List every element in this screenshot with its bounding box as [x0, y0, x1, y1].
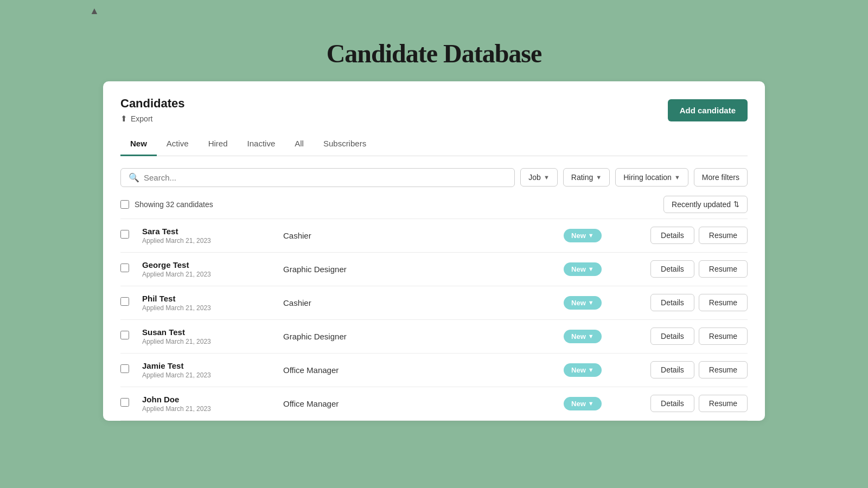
chevron-up-icon[interactable]: ▲	[90, 5, 99, 17]
status-badge-sara[interactable]: New ▼	[564, 229, 602, 242]
row-checkbox-sara	[120, 230, 142, 241]
rating-filter-label: Rating	[571, 173, 593, 182]
status-label-jamie: New	[571, 366, 586, 374]
candidate-name-sara: Sara Test Applied March 21, 2023	[142, 227, 283, 245]
hiring-location-arrow-icon: ▼	[674, 174, 680, 181]
candidate-actions-jamie: Details Resume	[650, 361, 748, 378]
candidate-name-phil: Phil Test Applied March 21, 2023	[142, 294, 283, 312]
more-filters-label: More filters	[702, 173, 739, 182]
tab-hired[interactable]: Hired	[199, 133, 238, 156]
candidate-job-jamie: Office Manager	[283, 365, 564, 375]
status-label-phil: New	[571, 299, 586, 307]
details-button-susan[interactable]: Details	[650, 328, 694, 345]
table-row: Phil Test Applied March 21, 2023 Cashier…	[120, 286, 748, 319]
status-label-john: New	[571, 400, 586, 408]
details-button-jamie[interactable]: Details	[650, 361, 694, 378]
status-badge-john[interactable]: New ▼	[564, 397, 602, 410]
hiring-location-filter-label: Hiring location	[623, 173, 672, 182]
showing-candidates-label: Showing 32 candidates	[135, 200, 213, 209]
status-badge-jamie[interactable]: New ▼	[564, 363, 602, 377]
export-icon: ⬆	[120, 114, 127, 124]
search-input[interactable]	[144, 173, 507, 182]
add-candidate-button[interactable]: Add candidate	[668, 99, 748, 121]
search-box: 🔍	[120, 168, 515, 187]
resume-button-john[interactable]: Resume	[699, 395, 748, 412]
candidate-job-phil: Cashier	[283, 298, 564, 307]
job-filter-arrow-icon: ▼	[544, 174, 550, 181]
resume-button-sara[interactable]: Resume	[699, 227, 748, 244]
details-button-george[interactable]: Details	[650, 260, 694, 278]
status-arrow-icon-phil: ▼	[588, 299, 594, 306]
tab-inactive[interactable]: Inactive	[238, 133, 285, 156]
card-header-left: Candidates ⬆ Export	[120, 97, 185, 124]
candidate-status-susan: New ▼	[564, 330, 650, 343]
sort-button[interactable]: Recently updated ⇅	[663, 196, 748, 213]
tab-all[interactable]: All	[285, 133, 314, 156]
candidate-actions-susan: Details Resume	[650, 328, 748, 345]
tab-new[interactable]: New	[120, 133, 157, 156]
select-phil-checkbox[interactable]	[120, 297, 129, 306]
select-jamie-checkbox[interactable]	[120, 364, 129, 373]
more-filters-button[interactable]: More filters	[694, 168, 748, 187]
search-icon: 🔍	[129, 172, 139, 183]
resume-button-george[interactable]: Resume	[699, 260, 748, 278]
status-badge-george[interactable]: New ▼	[564, 262, 602, 276]
export-button[interactable]: ⬆ Export	[120, 114, 152, 124]
select-all-checkbox[interactable]	[120, 200, 129, 209]
job-filter-button[interactable]: Job ▼	[520, 168, 557, 187]
candidate-name-john: John Doe Applied March 21, 2023	[142, 395, 283, 413]
rating-filter-arrow-icon: ▼	[596, 174, 602, 181]
candidate-status-phil: New ▼	[564, 296, 650, 310]
candidate-job-susan: Graphic Designer	[283, 332, 564, 341]
resume-button-susan[interactable]: Resume	[699, 328, 748, 345]
status-label-susan: New	[571, 332, 586, 341]
status-label-george: New	[571, 265, 586, 273]
candidate-actions-sara: Details Resume	[650, 227, 748, 244]
row-checkbox-jamie	[120, 364, 142, 375]
status-label-sara: New	[571, 232, 586, 240]
candidate-actions-john: Details Resume	[650, 395, 748, 412]
candidate-actions-phil: Details Resume	[650, 294, 748, 311]
details-button-john[interactable]: Details	[650, 395, 694, 412]
candidate-name-george: George Test Applied March 21, 2023	[142, 260, 283, 278]
export-label: Export	[131, 114, 152, 123]
candidate-job-sara: Cashier	[283, 231, 564, 240]
status-badge-susan[interactable]: New ▼	[564, 330, 602, 343]
filters-row: 🔍 Job ▼ Rating ▼ Hiring location ▼ More …	[120, 168, 748, 187]
status-badge-phil[interactable]: New ▼	[564, 296, 602, 310]
candidate-actions-george: Details Resume	[650, 260, 748, 278]
row-checkbox-john	[120, 398, 142, 409]
tabs-bar: New Active Hired Inactive All Subscriber…	[120, 133, 748, 156]
select-susan-checkbox[interactable]	[120, 331, 129, 339]
resume-button-phil[interactable]: Resume	[699, 294, 748, 311]
tab-active[interactable]: Active	[157, 133, 199, 156]
status-arrow-icon-sara: ▼	[588, 232, 594, 239]
tab-subscribers[interactable]: Subscribers	[314, 133, 376, 156]
sort-arrow-icon: ⇅	[733, 200, 739, 208]
select-sara-checkbox[interactable]	[120, 230, 129, 239]
row-checkbox-george	[120, 264, 142, 274]
status-arrow-icon-susan: ▼	[588, 333, 594, 339]
select-george-checkbox[interactable]	[120, 264, 129, 272]
status-arrow-icon-john: ▼	[588, 400, 594, 407]
candidate-name-jamie: Jamie Test Applied March 21, 2023	[142, 361, 283, 379]
candidate-name-susan: Susan Test Applied March 21, 2023	[142, 328, 283, 345]
resume-button-jamie[interactable]: Resume	[699, 361, 748, 378]
candidate-status-john: New ▼	[564, 397, 650, 410]
table-row: Susan Test Applied March 21, 2023 Graphi…	[120, 319, 748, 353]
status-arrow-icon-jamie: ▼	[588, 367, 594, 373]
candidate-job-john: Office Manager	[283, 399, 564, 408]
job-filter-label: Job	[528, 173, 541, 182]
hiring-location-filter-button[interactable]: Hiring location ▼	[615, 168, 688, 187]
select-john-checkbox[interactable]	[120, 398, 129, 407]
candidate-status-george: New ▼	[564, 262, 650, 276]
status-arrow-icon-george: ▼	[588, 266, 594, 272]
details-button-sara[interactable]: Details	[650, 227, 694, 244]
rating-filter-button[interactable]: Rating ▼	[563, 168, 610, 187]
table-row: Jamie Test Applied March 21, 2023 Office…	[120, 353, 748, 387]
candidate-status-jamie: New ▼	[564, 363, 650, 377]
candidates-list: Sara Test Applied March 21, 2023 Cashier…	[120, 219, 748, 421]
details-button-phil[interactable]: Details	[650, 294, 694, 311]
results-count: Showing 32 candidates	[120, 200, 213, 209]
page-title: Candidate Database	[327, 38, 542, 68]
